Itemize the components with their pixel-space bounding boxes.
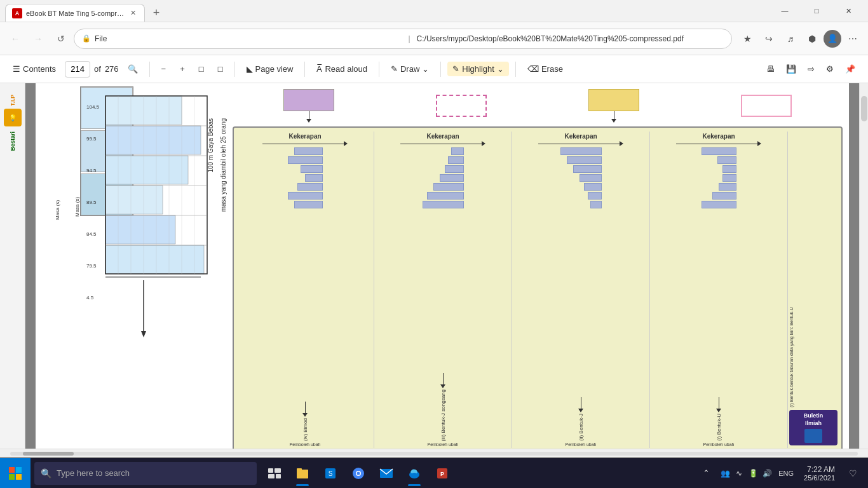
close-button[interactable]: ✕: [834, 1, 863, 21]
profile-icon[interactable]: 👤: [824, 30, 841, 48]
start-button[interactable]: [0, 458, 31, 489]
browser-tab[interactable]: A eBook BT Mate Ting 5-compress ✕: [5, 4, 145, 22]
favorites-bar-icon[interactable]: ♬: [780, 29, 801, 49]
refresh-button[interactable]: ↺: [51, 29, 71, 49]
pdf-wrapper: T.I.P 💡 Bestari: [0, 83, 868, 458]
axis-text: 100 m Gaya Bebas: [207, 118, 220, 173]
contents-label: Contents: [23, 64, 56, 74]
page-view-icon: ◣: [247, 64, 253, 74]
notification-button[interactable]: ♡: [843, 459, 863, 487]
bar: [423, 201, 464, 208]
taskbar-mail[interactable]: [372, 459, 400, 487]
contents-button[interactable]: ☰ Contents: [8, 62, 61, 76]
tray-show-hidden[interactable]: ⌃: [696, 459, 716, 487]
svg-rect-8: [105, 126, 201, 154]
right-scrollbar[interactable]: [859, 83, 868, 449]
svg-point-41: [357, 471, 360, 475]
taskbar-search[interactable]: 🔍 Type here to search: [34, 462, 257, 485]
taskbar-task-view[interactable]: [261, 459, 288, 487]
notification-icon: ♡: [849, 468, 857, 478]
maximize-button[interactable]: □: [802, 1, 831, 21]
bar: [580, 174, 602, 182]
bar: [717, 156, 736, 164]
taskbar-chrome[interactable]: [344, 459, 372, 487]
clock-date: 25/6/2021: [804, 474, 835, 482]
clock-time: 7:22 AM: [804, 465, 835, 474]
save-button[interactable]: 💾: [781, 62, 801, 76]
search-button[interactable]: 🔍: [123, 62, 143, 76]
page-number-input[interactable]: [65, 61, 90, 78]
share-button[interactable]: ⇨: [803, 62, 820, 76]
bar: [305, 174, 323, 182]
system-tray: 👥 ∿ 🔋 🔊: [719, 469, 773, 478]
taskbar-file-explorer[interactable]: [288, 459, 316, 487]
wallet-icon[interactable]: ⬢: [802, 29, 822, 49]
people-icon[interactable]: 👥: [719, 469, 731, 478]
print-button[interactable]: 🖶: [761, 62, 780, 76]
settings-icon[interactable]: ⋯: [843, 29, 863, 49]
erase-icon: ⌫: [527, 64, 539, 74]
hist-1-bottom: Pemboleh ubah: [289, 442, 320, 447]
arrow-line-2: [614, 111, 614, 119]
toolbar-icons: ★ ↪ ♬ ⬢ 👤 ⋯: [737, 29, 863, 49]
vertical-text: masa yang diambil oleh 25 orang: [220, 118, 233, 212]
side-text: (i) Bentuk-bentuk taburan data yang lain…: [789, 134, 837, 407]
zoom-in-button[interactable]: +: [175, 62, 190, 76]
bar: [440, 174, 464, 182]
forward-button[interactable]: →: [28, 29, 48, 49]
hist-4: Kekerapan: [650, 132, 788, 448]
collections-icon[interactable]: ↪: [759, 29, 779, 49]
taskbar-powerpoint[interactable]: P: [428, 459, 456, 487]
draw-button[interactable]: ✎ Draw ⌄: [386, 62, 434, 76]
system-clock[interactable]: 7:22 AM 25/6/2021: [799, 463, 840, 484]
fit-page-button[interactable]: □: [213, 62, 228, 76]
highlight-button[interactable]: ✎ Highlight ⌄: [447, 62, 509, 76]
svg-text:99.5: 99.5: [86, 136, 97, 142]
chrome-icon: [352, 467, 365, 480]
speaker-icon[interactable]: 🔊: [761, 469, 773, 478]
bar: [588, 192, 602, 200]
bar: [294, 201, 323, 208]
back-button[interactable]: ←: [5, 29, 25, 49]
bar: [584, 183, 602, 191]
h-scroll-thumb[interactable]: [23, 452, 74, 456]
arrow-h-head-3: [620, 141, 623, 146]
page-view-button[interactable]: ◣ Page view: [241, 62, 299, 76]
favorites-icon[interactable]: ★: [737, 29, 757, 49]
address-bar[interactable]: 🔒 File | C:/Users/mypc/Desktop/eBook%20B…: [74, 29, 732, 49]
chart-svg: 104.5 99.5 94.5 89.5 84.5 79.5 4.5: [74, 90, 220, 356]
svg-text:79.5: 79.5: [86, 263, 97, 269]
minimize-button[interactable]: —: [770, 1, 799, 21]
battery-icon[interactable]: 🔋: [747, 469, 759, 478]
lang-indicator[interactable]: ENG: [776, 470, 796, 477]
pdf-page: Masa (s) 104.5 99.5 94.5 89.5: [36, 83, 849, 449]
pin-button[interactable]: 📌: [840, 62, 860, 76]
immersive-reader-button[interactable]: ⚙: [821, 62, 839, 76]
bar: [294, 147, 323, 155]
v-line: [305, 402, 306, 413]
bar: [719, 183, 736, 191]
new-tab-button[interactable]: +: [147, 4, 165, 22]
bar: [702, 201, 736, 208]
erase-button[interactable]: ⌫ Erase: [522, 62, 568, 76]
scroll-thumb[interactable]: [861, 96, 867, 121]
toolbar-separator-5: [440, 62, 441, 77]
arrow-line-1: [309, 111, 309, 119]
read-aloud-button[interactable]: A̅ Read aloud: [311, 62, 372, 76]
task-view-icon: [268, 468, 281, 478]
pdf-toolbar: ☰ Contents of 276 🔍 − + □ □ ◣ Page view …: [0, 55, 868, 83]
scroll-track[interactable]: [860, 83, 868, 449]
taskbar-store[interactable]: S: [316, 459, 344, 487]
svg-text:84.5: 84.5: [86, 231, 97, 237]
h-scrollbar[interactable]: [0, 449, 868, 458]
tab-close-button[interactable]: ✕: [128, 8, 138, 18]
fit-width-button[interactable]: □: [194, 62, 209, 76]
v-line: [443, 373, 444, 384]
taskbar-edge[interactable]: [400, 459, 428, 487]
highlight-chevron: ⌄: [497, 64, 504, 74]
h-scroll-track[interactable]: [10, 452, 858, 456]
wifi-icon[interactable]: ∿: [733, 469, 745, 478]
hist-3-bottom: Pemboleh ubah: [565, 442, 596, 447]
svg-text:S: S: [329, 470, 333, 477]
zoom-out-button[interactable]: −: [156, 62, 172, 76]
